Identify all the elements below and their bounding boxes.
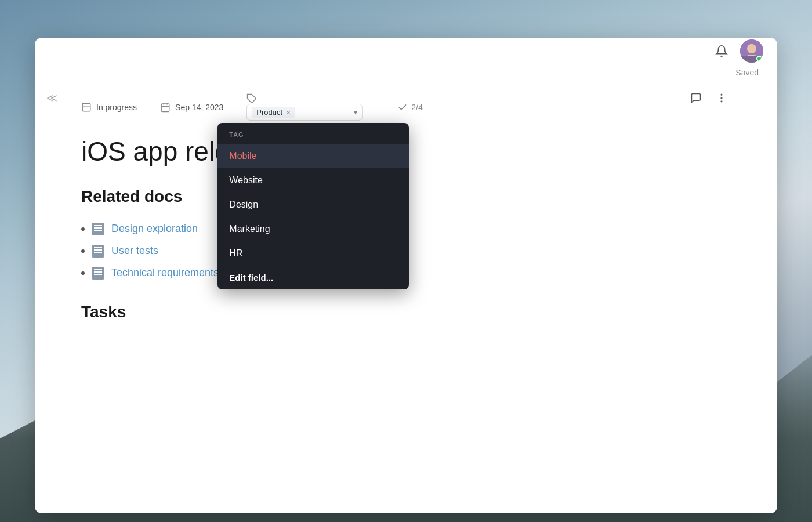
dropdown-item-hr[interactable]: HR xyxy=(217,241,409,266)
saved-status: Saved xyxy=(735,68,759,77)
status-field[interactable]: In progress xyxy=(81,102,137,113)
dropdown-item-marketing-label: Marketing xyxy=(229,224,270,234)
top-bar: Saved xyxy=(35,38,777,79)
doc-icon xyxy=(92,245,104,258)
bullet-dot xyxy=(81,271,85,275)
tag-field-container: Product × ▾ TAG Mobile Website xyxy=(246,93,362,121)
dropdown-header: TAG xyxy=(217,123,409,144)
status-icon xyxy=(81,102,92,113)
svg-point-1 xyxy=(748,44,756,52)
content-area: In progress Sep 14, 2023 xyxy=(35,79,777,335)
tag-text-cursor xyxy=(300,108,300,117)
check-icon xyxy=(397,102,408,113)
status-label: In progress xyxy=(96,103,137,112)
more-options-icon[interactable] xyxy=(712,89,731,107)
dropdown-item-website-label: Website xyxy=(229,175,263,186)
dropdown-item-design[interactable]: Design xyxy=(217,193,409,217)
avatar[interactable] xyxy=(740,39,763,63)
svg-rect-9 xyxy=(161,104,169,112)
svg-point-5 xyxy=(749,46,751,48)
doc-link-technical-requirements[interactable]: Technical requirements xyxy=(111,267,219,279)
dropdown-item-mobile[interactable]: Mobile xyxy=(217,144,409,168)
meta-row: In progress Sep 14, 2023 xyxy=(81,93,731,121)
action-icons-group xyxy=(687,89,731,107)
main-panel: Saved In progress xyxy=(35,38,777,513)
tag-remove-button[interactable]: × xyxy=(286,108,291,117)
bullet-dot xyxy=(81,249,85,253)
online-indicator xyxy=(756,56,762,61)
tag-chip-product: Product × xyxy=(252,107,295,118)
dropdown-item-mobile-label: Mobile xyxy=(229,151,256,161)
svg-point-6 xyxy=(753,46,755,48)
tag-icon xyxy=(246,93,257,104)
collapse-panel-button[interactable]: ≪ xyxy=(42,87,62,109)
date-field[interactable]: Sep 14, 2023 xyxy=(160,102,223,113)
tasks-heading: Tasks xyxy=(81,303,731,321)
doc-icon xyxy=(92,223,104,235)
doc-link-user-tests[interactable]: User tests xyxy=(111,245,158,257)
check-count-label: 2/4 xyxy=(411,103,422,112)
comments-icon[interactable] xyxy=(687,89,705,107)
dropdown-item-website[interactable]: Website xyxy=(217,168,409,193)
svg-point-14 xyxy=(721,94,722,95)
calendar-icon xyxy=(160,102,171,113)
dropdown-item-marketing[interactable]: Marketing xyxy=(217,217,409,241)
dropdown-item-design-label: Design xyxy=(229,200,258,210)
check-count-field: 2/4 xyxy=(397,102,422,113)
doc-icon xyxy=(92,267,104,280)
tag-dropdown-menu: TAG Mobile Website Design Marketing HR xyxy=(217,123,409,289)
dropdown-edit-field-button[interactable]: Edit field... xyxy=(217,266,409,289)
notifications-bell-icon[interactable] xyxy=(712,42,731,60)
tag-icon-label xyxy=(246,93,362,104)
date-label: Sep 14, 2023 xyxy=(175,103,223,112)
tag-dropdown-chevron[interactable]: ▾ xyxy=(354,108,357,117)
tag-chip-label: Product xyxy=(256,108,282,117)
svg-point-3 xyxy=(748,44,756,52)
doc-link-design-exploration[interactable]: Design exploration xyxy=(111,223,198,235)
svg-point-16 xyxy=(721,101,722,102)
svg-point-15 xyxy=(721,97,722,99)
tag-input-field[interactable]: Product × ▾ xyxy=(246,104,362,121)
dropdown-item-hr-label: HR xyxy=(229,248,242,259)
svg-rect-7 xyxy=(82,103,90,111)
bullet-dot xyxy=(81,227,85,231)
